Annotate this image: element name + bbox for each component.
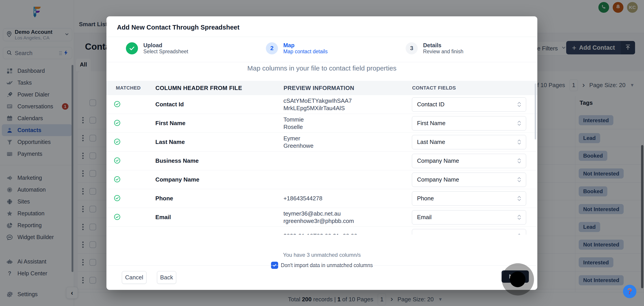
step-number: 2 [266, 42, 278, 54]
select-chevrons-icon [518, 215, 521, 220]
mapping-row: Company Name Company Name [106, 170, 537, 189]
matched-check-icon [114, 213, 121, 221]
question-mark-icon: ? [627, 287, 632, 296]
select-chevrons-icon [518, 196, 521, 201]
mapping-table: MATCHED COLUMN HEADER FROM FILE PREVIEW … [106, 81, 537, 235]
import-contacts-modal: Add New Contact Through Spreadsheet Uplo… [106, 16, 537, 290]
contact-field-select[interactable] [412, 229, 526, 235]
click-indicator-dot [510, 271, 526, 287]
modal-title: Add New Contact Through Spreadsheet [117, 24, 240, 31]
select-chevrons-icon [518, 121, 521, 126]
step-map: 2 Map Map contact details [266, 42, 328, 55]
step-details: 3 Details Review and finish [406, 42, 463, 55]
matched-check-icon [114, 119, 121, 127]
back-button[interactable]: Back [157, 271, 176, 284]
mapping-row: Last Name Eymer Greenhowe Last Name [106, 133, 537, 152]
cancel-button[interactable]: Cancel [122, 271, 146, 284]
mapping-row: 2022-01-19T02:00:21+08:00 [106, 227, 537, 235]
mapping-row: First Name Tommie Roselle First Name [106, 114, 537, 133]
contact-field-select[interactable]: Last Name [412, 135, 526, 149]
mapping-row: Phone +18643544278 Phone [106, 189, 537, 208]
matched-check-icon [114, 101, 121, 109]
contact-field-select[interactable]: Company Name [412, 173, 526, 187]
map-instructions: Map columns in your file to contact fiel… [106, 65, 537, 72]
mapping-row: Business Name Company Name [106, 152, 537, 170]
check-circle-icon [126, 42, 138, 54]
matched-check-icon [114, 138, 121, 146]
contact-field-select[interactable]: First Name [412, 116, 526, 131]
select-chevrons-icon [518, 233, 521, 235]
select-chevrons-icon [518, 139, 521, 145]
select-chevrons-icon [518, 177, 521, 182]
select-chevrons-icon [518, 102, 521, 107]
mapping-table-header: MATCHED COLUMN HEADER FROM FILE PREVIEW … [106, 81, 537, 95]
select-chevrons-icon [518, 158, 521, 163]
mapping-row: Email teymer36@abc.net.au rgreenhowe3r@p… [106, 208, 537, 227]
matched-check-icon [114, 194, 121, 203]
mapping-row: Contact Id cSAtYMoETYakgwIhSAA7 MrkLEpg5… [106, 95, 537, 114]
step-number: 3 [406, 42, 418, 54]
matched-check-icon [114, 157, 121, 165]
contact-field-select[interactable]: Phone [412, 191, 526, 206]
step-upload: Upload Select Spreadsheet [126, 42, 188, 55]
modal-table-scrollbar[interactable] [535, 84, 536, 139]
matched-check-icon [114, 176, 121, 184]
contact-field-select[interactable]: Contact ID [412, 97, 526, 112]
help-widget-button[interactable]: ? [623, 285, 636, 298]
contact-field-select[interactable]: Email [412, 210, 526, 224]
unmatched-columns-note: You have 3 unmatched column/s [106, 252, 537, 258]
contact-field-select[interactable]: Company Name [412, 154, 526, 168]
